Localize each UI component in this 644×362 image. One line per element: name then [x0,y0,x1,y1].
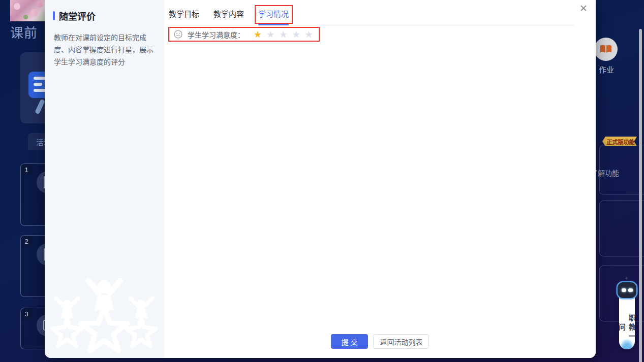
modal-content: ✕ 教学目标 教学内容 学习情况 学生学习满意度： ★★★★★ [164,0,596,358]
homework-icon[interactable] [594,38,618,61]
back-to-activity-list-button[interactable]: 返回活动列表 [373,334,429,349]
robot-icon [618,282,636,298]
smiley-icon [174,30,182,39]
evaluation-modal: 随堂评价 教师在对课前设定的目标完成度、内容掌握度进行打星，展示学生学习满意度的… [45,0,596,358]
tab-teaching-content[interactable]: 教学内容 [213,7,244,25]
homework-label: 作业 [599,64,614,75]
activity-number-badge: 1 [21,164,32,175]
sparkle-icon: ✦ [624,275,629,282]
modal-description: 教师在对课前设定的目标完成度、内容掌握度进行打星，展示学生学习满意度的评分 [54,31,156,68]
course-cover-photo [10,0,45,21]
tab-learning-status[interactable]: 学习情况 [258,7,289,25]
official-feature-badge: 正式版功能 [602,137,637,146]
book-icon [599,44,612,55]
modal-footer: 提 交 返回活动列表 [164,334,596,349]
satisfaction-label: 学生学习满意度： [188,29,244,40]
celebration-illustration [46,278,163,358]
modal-sidebar: 随堂评价 教师在对课前设定的目标完成度、内容掌握度进行打星，展示学生学习满意度的… [45,0,164,358]
pen-icon [35,99,45,115]
star-5[interactable]: ★ [305,30,313,39]
star-4[interactable]: ★ [292,30,300,39]
tab-bar: 教学目标 教学内容 学习情况 [169,7,574,25]
activity-number-badge: 2 [21,236,32,247]
annotation-box-satisfaction: 学生学习满意度： ★★★★★ [168,27,320,42]
submit-button[interactable]: 提 交 [331,334,369,349]
activity-number-badge: 3 [21,308,32,319]
close-icon[interactable]: ✕ [576,1,591,15]
modal-title-row: 随堂评价 [53,9,164,22]
star-2[interactable]: ★ [266,30,274,39]
title-accent-bar [53,11,55,20]
star-3[interactable]: ★ [279,30,287,39]
assistant-widget[interactable]: ✦ 职教一问 [617,275,637,351]
feature-card [599,201,644,256]
star-rating: ★★★★★ [254,30,313,39]
modal-title: 随堂评价 [59,9,96,22]
star-1[interactable]: ★ [254,30,262,39]
page-scrollbar[interactable] [639,29,642,362]
wave-decoration [619,339,635,349]
tab-teaching-objectives[interactable]: 教学目标 [169,7,199,25]
